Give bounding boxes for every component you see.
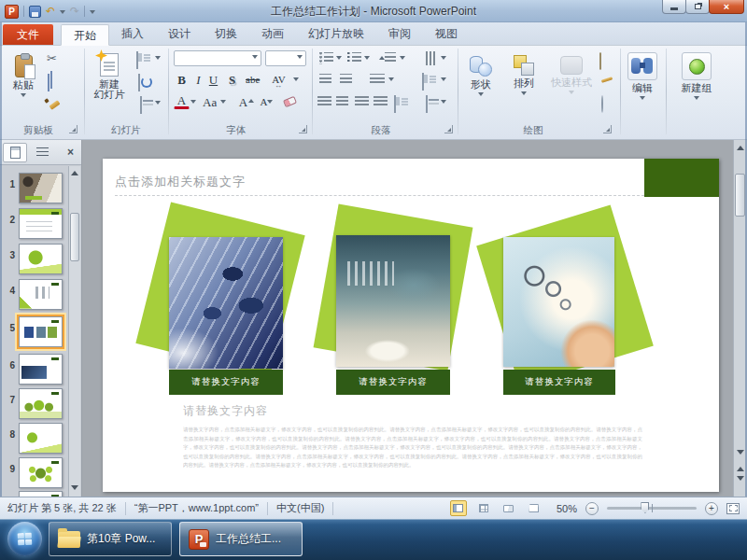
scrollbar-thumb[interactable] <box>735 174 745 217</box>
slide-thumbnail-7[interactable]: 7 <box>0 387 67 421</box>
quick-styles-button[interactable]: 快速样式 <box>547 49 596 122</box>
scroll-down-icon[interactable] <box>71 485 78 490</box>
font-name-combobox[interactable] <box>174 50 261 66</box>
minimize-button[interactable] <box>662 0 686 14</box>
slide-subtitle-placeholder[interactable]: 请替换文字内容 <box>183 403 268 419</box>
slide-image-2[interactable] <box>336 235 450 367</box>
next-slide-icon[interactable] <box>737 476 744 481</box>
tab-transitions[interactable]: 切换 <box>203 23 249 45</box>
font-size-combobox[interactable] <box>265 50 306 66</box>
numbering-icon[interactable] <box>347 52 361 64</box>
slide-editing-area[interactable]: 点击添加相关标题文字 请替换文字内容 请替换文字内容 请替换文字内容 请替换文字… <box>103 159 719 492</box>
tab-home[interactable]: 开始 <box>61 24 109 46</box>
change-case-button[interactable]: Aa <box>202 93 218 110</box>
tab-slideshow[interactable]: 幻灯片放映 <box>296 23 376 45</box>
language-indicator[interactable]: 中文(中国) <box>276 501 324 515</box>
align-left-icon[interactable] <box>317 96 331 108</box>
columns-icon[interactable] <box>370 74 385 86</box>
previous-slide-icon[interactable] <box>737 467 744 471</box>
scrollbar-thumb[interactable] <box>70 213 79 261</box>
slide-thumbnail-8[interactable]: 8 <box>0 422 67 455</box>
distribute-icon[interactable] <box>394 95 396 113</box>
tab-insert[interactable]: 插入 <box>109 23 156 45</box>
section-icon[interactable] <box>140 96 142 114</box>
tab-file[interactable]: 文件 <box>3 24 53 45</box>
scroll-up-icon[interactable] <box>71 171 78 175</box>
underline-button[interactable]: U <box>205 71 221 88</box>
italic-button[interactable]: I <box>190 71 206 88</box>
drawing-dialog-launcher[interactable] <box>603 125 612 133</box>
copy-icon[interactable] <box>48 74 49 91</box>
restore-button[interactable] <box>685 0 710 14</box>
shape-fill-icon[interactable] <box>599 52 601 70</box>
zoom-slider[interactable] <box>607 507 697 510</box>
layout-dropdown-icon[interactable] <box>155 56 161 63</box>
line-spacing-dropdown-icon[interactable] <box>400 56 405 63</box>
section-dropdown-icon[interactable] <box>155 101 161 107</box>
slide-image-3[interactable] <box>503 237 614 367</box>
align-text-icon[interactable] <box>422 73 424 91</box>
slide-body-text[interactable]: 请替换文字内容，点击添加相关标题文字，修改文字内容，也可以直接复制你的内容到此。… <box>183 426 642 480</box>
columns-dropdown-icon[interactable] <box>388 77 394 84</box>
numbering-dropdown-icon[interactable] <box>364 56 370 63</box>
normal-view-button[interactable] <box>450 500 467 516</box>
shape-effects-icon[interactable] <box>601 95 603 113</box>
new-slide-button[interactable]: 新建 幻灯片 <box>88 49 131 122</box>
slide-thumbnail-3[interactable]: 3 <box>0 243 67 276</box>
font-color-button[interactable]: A <box>174 93 190 109</box>
zoom-slider-thumb[interactable] <box>641 502 649 513</box>
image-caption-2[interactable]: 请替换文字内容 <box>336 370 450 395</box>
arrange-button[interactable]: 排列 <box>504 49 543 122</box>
slide-thumbnail-4[interactable]: 4 <box>0 278 67 312</box>
tab-review[interactable]: 审阅 <box>376 23 423 45</box>
close-button[interactable]: × <box>709 0 744 14</box>
cut-icon[interactable]: ✂ <box>47 51 57 65</box>
spacing-dropdown-icon[interactable] <box>293 77 299 84</box>
bold-button[interactable]: B <box>174 71 190 88</box>
slide-thumbnail-5-selected[interactable]: 5 <box>0 315 67 349</box>
slide-thumbnail-1[interactable]: 1 <box>0 172 67 205</box>
tab-slides-thumbnails[interactable] <box>3 143 27 162</box>
text-direction-dropdown-icon[interactable] <box>441 56 446 63</box>
justify-icon[interactable] <box>374 96 388 108</box>
align-center-icon[interactable] <box>336 96 348 108</box>
slide-thumbnail-2[interactable]: 2 <box>0 207 67 241</box>
panel-scrollbar[interactable] <box>68 166 80 497</box>
new-group-button[interactable]: 新建组 <box>672 49 721 122</box>
strikethrough-button[interactable]: abe <box>245 71 261 88</box>
slide-thumbnail-10[interactable]: 10 <box>0 490 67 497</box>
slide-thumbnail-9[interactable]: 9 <box>0 456 67 490</box>
align-right-icon[interactable] <box>355 96 369 108</box>
taskbar-button-folder[interactable]: 第10章 Pow... <box>49 522 172 556</box>
tab-design[interactable]: 设计 <box>156 23 203 45</box>
tab-view[interactable]: 视图 <box>423 23 470 45</box>
change-case-dropdown-icon[interactable] <box>220 100 226 106</box>
slide-layout-icon[interactable] <box>136 51 138 69</box>
image-caption-3[interactable]: 请替换文字内容 <box>503 370 615 395</box>
font-dialog-launcher[interactable] <box>299 125 307 133</box>
slide-title-placeholder[interactable]: 点击添加相关标题文字 <box>115 174 246 190</box>
font-color-dropdown-icon[interactable] <box>190 100 196 106</box>
slideshow-view-button[interactable] <box>526 500 543 516</box>
text-direction-icon[interactable] <box>423 51 435 65</box>
tab-outline[interactable] <box>30 143 54 162</box>
green-header-shape[interactable] <box>644 159 719 197</box>
paragraph-dialog-launcher[interactable] <box>444 125 453 133</box>
scroll-up-icon[interactable] <box>737 146 744 150</box>
zoom-in-button[interactable]: + <box>705 502 718 515</box>
start-button[interactable] <box>7 522 42 556</box>
smartart-dropdown-icon[interactable] <box>441 100 446 106</box>
zoom-level[interactable]: 50% <box>557 503 577 514</box>
slide-sorter-view-button[interactable] <box>475 500 492 516</box>
clear-formatting-icon[interactable] <box>283 96 297 107</box>
line-spacing-icon[interactable] <box>385 52 396 64</box>
zoom-out-button[interactable]: − <box>585 502 599 515</box>
bullets-icon[interactable] <box>319 52 333 64</box>
image-caption-1[interactable]: 请替换文字内容 <box>169 370 283 395</box>
paste-button[interactable]: 粘贴 <box>6 49 41 120</box>
slide-image-1[interactable] <box>169 237 283 369</box>
tab-animations[interactable]: 动画 <box>249 23 296 45</box>
editing-button[interactable]: 编辑 <box>624 49 661 122</box>
text-shadow-button[interactable]: S <box>224 71 240 88</box>
fit-to-window-button[interactable] <box>726 503 740 514</box>
